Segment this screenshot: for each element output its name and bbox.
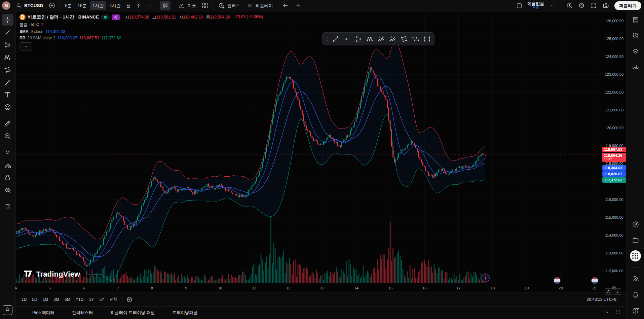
log-scale-button[interactable]: L: [614, 288, 621, 295]
user-avatar[interactable]: M: [2, 1, 10, 10]
favorites-star-button[interactable]: [3, 305, 12, 315]
tab-Pine 에디터[interactable]: Pine 에디터: [32, 310, 54, 316]
broadcast-button[interactable]: [630, 273, 641, 285]
bb-legend-row[interactable]: BB 20 SMA close 2 118,020.07 118,667.53 …: [20, 36, 263, 40]
rectangle-button[interactable]: [421, 34, 432, 44]
interval-4시간[interactable]: 4시간: [107, 1, 123, 10]
lock-button[interactable]: [2, 172, 13, 183]
elliott-correction-button[interactable]: AC: [387, 34, 398, 44]
xabcd-pattern-button[interactable]: [2, 51, 13, 63]
floating-drawing-toolbar: 15AC: [322, 32, 434, 45]
alert-button[interactable]: 얼러트: [215, 1, 243, 10]
range-전체[interactable]: 전체: [107, 295, 120, 304]
auto-scale-button[interactable]: A: [605, 288, 612, 295]
parallel-channel-button[interactable]: [2, 64, 13, 75]
symbol-title[interactable]: 비트코인 / 달러 · 1시간 · BINANCE: [28, 14, 99, 20]
interval-날[interactable]: 날: [123, 1, 133, 10]
toolbar-divider: [157, 2, 157, 9]
range-6M[interactable]: 6M: [62, 296, 73, 303]
plus-circle-icon: [48, 2, 55, 9]
emoji-button[interactable]: [2, 101, 13, 113]
range-3M[interactable]: 3M: [51, 296, 62, 303]
trend-line-button[interactable]: [2, 27, 13, 38]
range-1M[interactable]: 1M: [40, 296, 51, 303]
undo-button[interactable]: [280, 1, 291, 10]
clock[interactable]: 20:43:13 UTC+9: [587, 297, 623, 302]
legend-collapse-button[interactable]: [20, 42, 32, 50]
fullscreen-button[interactable]: [588, 1, 599, 10]
settings-gear-button[interactable]: [576, 1, 587, 10]
panel-expand-icon[interactable]: [615, 310, 620, 316]
alarm-clock-button[interactable]: [630, 30, 641, 41]
grid-layout-button[interactable]: [199, 1, 210, 10]
symbol-search-button[interactable]: BTCUSD: [13, 1, 46, 10]
zoom-in-icon: [4, 132, 11, 140]
interval-15분[interactable]: 15분: [75, 1, 89, 10]
calendar-button[interactable]: [630, 235, 641, 246]
panel-collapse-icon[interactable]: [604, 309, 610, 316]
screener-radar-button[interactable]: [630, 219, 641, 230]
xabcd-pattern-button[interactable]: [364, 34, 375, 44]
crosshair-button[interactable]: [2, 14, 13, 26]
layout-name-button[interactable]: 이름없음 저장: [526, 2, 545, 10]
drawing-lock-button[interactable]: [2, 159, 13, 171]
price-tick: 120,000.00: [602, 126, 627, 130]
disjoint-channel-button[interactable]: [410, 34, 421, 44]
chevron-down-button[interactable]: [547, 1, 558, 10]
candles-button[interactable]: [160, 1, 171, 10]
drag-handle[interactable]: [324, 34, 330, 44]
parallel-channel-button[interactable]: [399, 34, 410, 44]
replay-button[interactable]: 리플레이: [243, 1, 275, 10]
chat-button[interactable]: [630, 62, 641, 73]
price-axis[interactable]: A L 126,000.00125,000.00124,000.00123,00…: [602, 11, 627, 284]
time-axis[interactable]: 456789101112131415161718192021: [15, 284, 627, 292]
watchlist-button[interactable]: [630, 14, 641, 26]
range-5D[interactable]: 5D: [29, 296, 40, 303]
sma-legend-row[interactable]: SMA 9 close 118,304.03: [20, 29, 263, 34]
fib-retracement-button[interactable]: [2, 39, 13, 50]
tab-리플레이 트레이딩 패널[interactable]: 리플레이 트레이딩 패널: [111, 310, 155, 316]
plus-circle-button[interactable]: [46, 1, 57, 10]
interval-주[interactable]: 주: [134, 1, 143, 10]
interval-1시간[interactable]: 1시간: [90, 1, 106, 10]
ruler-button[interactable]: [2, 118, 13, 129]
text-button[interactable]: [2, 89, 13, 100]
eye-crossed-button[interactable]: [2, 184, 13, 196]
trend-line-button[interactable]: [330, 34, 341, 44]
lightning-marker-icon[interactable]: [482, 274, 490, 282]
fib-retracement-button[interactable]: [353, 34, 364, 44]
tab-전략테스터[interactable]: 전략테스터: [72, 310, 93, 316]
brush-button[interactable]: [2, 76, 13, 88]
redo-button[interactable]: [292, 1, 303, 10]
event-marker-icon[interactable]: [591, 277, 598, 284]
trash-button[interactable]: [2, 201, 13, 212]
layers-icon: [632, 47, 640, 56]
range-1D[interactable]: 1D: [19, 296, 29, 303]
layers-button[interactable]: [630, 46, 641, 57]
trend-line-icon: [332, 35, 340, 43]
camera-button[interactable]: [600, 1, 611, 10]
range-5Y[interactable]: 5Y: [97, 296, 107, 303]
event-marker-icon[interactable]: [554, 277, 561, 284]
checkbox-button[interactable]: [514, 1, 525, 10]
help-button[interactable]: [630, 305, 641, 316]
range-1Y[interactable]: 1Y: [86, 296, 97, 303]
goto-date-button[interactable]: [124, 295, 135, 304]
chart-canvas[interactable]: ₿ 비트코인 / 달러 · 1시간 · BINANCE 시118,574.28 …: [15, 11, 602, 284]
interval-5분[interactable]: 5분: [62, 1, 74, 10]
publish-button[interactable]: 퍼블리쉬: [614, 1, 641, 10]
tab-트레이딩패널[interactable]: 트레이딩패널: [172, 310, 197, 316]
chevron-down-button[interactable]: [144, 1, 155, 10]
horizontal-line-button[interactable]: [341, 34, 352, 44]
indicators-button[interactable]: 지표: [176, 1, 199, 10]
bell-button[interactable]: [630, 289, 641, 300]
elliott-impulse-button[interactable]: 15: [376, 34, 387, 44]
connection-status-icon[interactable]: [101, 14, 110, 20]
apps-grid-button[interactable]: [630, 250, 641, 261]
share-icon[interactable]: [112, 14, 120, 20]
quick-search-button[interactable]: [564, 1, 575, 10]
zoom-in-button[interactable]: [2, 130, 13, 142]
volume-legend-row[interactable]: 볼륨 · BTC 3: [20, 22, 263, 28]
magnet-button[interactable]: [2, 147, 13, 158]
range-YTD[interactable]: YTD: [73, 296, 86, 303]
